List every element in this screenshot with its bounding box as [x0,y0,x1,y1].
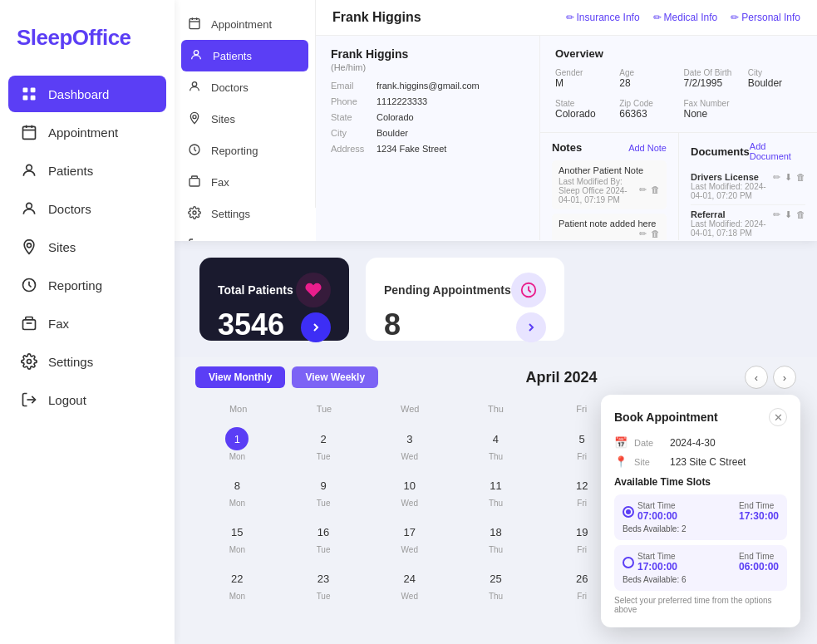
medical-link-label: Medical Info [664,12,718,23]
svg-rect-1 [31,88,36,93]
calendar-prev-button[interactable]: ‹ [745,366,768,389]
insurance-info-link[interactable]: ✏ Insurance Info [566,12,640,23]
panels-container: Appointment Patients Doctors [175,0,817,644]
subnav-logout[interactable]: Logout [175,229,315,241]
cal-day-15[interactable]: 15Mon [195,515,279,559]
ov-gender: Gender M [555,68,609,89]
ts-radio-2[interactable] [623,557,634,568]
view-monthly-button[interactable]: View Monthly [195,366,285,388]
ov-zip: Zip Code 66363 [619,99,673,120]
cal-day-25[interactable]: 25Thu [454,562,538,606]
delete-note-icon[interactable]: 🗑 [651,184,660,195]
cal-day-8[interactable]: 8Mon [195,469,279,513]
sidebar-item-settings[interactable]: Settings [8,343,166,380]
cal-day-10[interactable]: 10Wed [367,469,451,513]
stat-top-patients: Total Patients [218,273,331,307]
subnav-settings-icon [188,206,203,221]
cal-day-9[interactable]: 9Tue [282,469,366,513]
stat-bottom-patients: 3546 [218,307,331,342]
sidebar-item-fax[interactable]: Fax [8,305,166,342]
notes-header: Notes Add Note [552,141,667,154]
city-value: Boulder [377,128,408,138]
note-text-1: Another Patient Note [559,165,660,175]
subnav-sites[interactable]: Sites [175,103,315,135]
cal-day-2[interactable]: 2Tue [282,422,366,466]
patient-full-name: Frank Higgins [331,47,524,61]
edit-note-icon[interactable]: ✏ [639,184,647,195]
time-slot-1[interactable]: Start Time 07:00:00 End Time 17:30:00 Be… [614,494,787,540]
book-hint-text: Select your preferred time from the opti… [614,596,787,614]
delete-doc-icon[interactable]: 🗑 [796,172,805,183]
pencil2-icon: ✏ [653,12,662,23]
edit-note2-icon[interactable]: ✏ [639,229,647,239]
subnav-doctors[interactable]: Doctors [175,71,315,103]
subnav-settings[interactable]: Settings [175,198,315,229]
view-weekly-button[interactable]: View Weekly [292,366,378,388]
subnav-patients[interactable]: Patients [181,40,308,71]
book-modal-close-button[interactable]: ✕ [769,408,787,426]
cal-day-18[interactable]: 18Thu [454,515,538,559]
subnav-appointment[interactable]: Appointment [175,8,315,40]
ts-start-label-2: Start Time [637,552,677,561]
sidebar-item-reporting[interactable]: Reporting [8,267,166,303]
calendar-next-button[interactable]: › [773,366,796,389]
sidebar-item-doctors[interactable]: Doctors [8,190,166,227]
location-site-icon: 📍 [614,455,628,468]
cal-day-24[interactable]: 24Wed [367,562,451,606]
patient-overview: Overview Gender M Age 28 [540,36,817,132]
download-doc-icon[interactable]: ⬇ [785,172,792,183]
personal-info-link[interactable]: ✏ Personal Info [731,12,800,23]
doc-2-info: Referral Last Modified: 2024-04-01, 07:1… [691,209,773,238]
patients-arrow-button[interactable] [301,312,331,342]
subnav-fax-icon [188,175,203,189]
stat-top-pending: Pending Appointments [384,273,546,307]
cal-day-22[interactable]: 22Mon [195,562,279,606]
total-patients-card: Total Patients 3546 [199,258,349,341]
sidebar-item-logout[interactable]: Logout [8,381,166,418]
subnav-reporting-icon [188,143,203,158]
state-value: Colorado [377,112,414,122]
address-label: Address [331,144,377,154]
download-doc2-icon[interactable]: ⬇ [785,209,792,220]
city-label: City [331,128,377,138]
location-icon [20,238,38,256]
cal-day-11[interactable]: 11Thu [454,469,538,513]
cal-day-3[interactable]: 3Wed [367,422,451,466]
sidebar-label-fax: Fax [48,317,69,331]
medical-info-link[interactable]: ✏ Medical Info [653,12,718,23]
cal-day-1[interactable]: 1Mon [195,422,279,466]
ts-radio-1[interactable] [623,506,634,518]
calendar-nav: ‹ › [745,366,796,389]
sidebar-item-patients[interactable]: Patients [8,152,166,189]
doctor-icon [20,199,38,218]
edit-doc-icon[interactable]: ✏ [773,172,780,183]
age-value: 28 [619,77,673,89]
svg-rect-24 [189,179,199,186]
address-value: 1234 Fake Street [377,144,446,154]
add-note-button[interactable]: Add Note [628,143,667,153]
cal-day-17[interactable]: 17Wed [367,515,451,559]
subnav-fax[interactable]: Fax [175,166,315,198]
cal-day-4[interactable]: 4Thu [454,422,538,466]
cal-day-16[interactable]: 16Tue [282,515,366,559]
sidebar-item-sites[interactable]: Sites [8,229,166,265]
pending-arrow-button[interactable] [516,312,546,342]
sidebar-item-appointment[interactable]: Appointment [8,114,166,150]
delete-doc2-icon[interactable]: 🗑 [796,209,805,220]
subnav-settings-label: Settings [211,208,250,220]
add-document-button[interactable]: Add Document [750,141,805,161]
subnav-reporting[interactable]: Reporting [175,135,315,166]
cal-day-23[interactable]: 23Tue [282,562,366,606]
ov-city: City Boulder [748,68,802,89]
time-slot-2[interactable]: Start Time 17:00:00 End Time 06:00:00 Be… [614,545,787,591]
gender-label: Gender [555,68,609,77]
site-field-value: 123 Site C Street [670,456,746,468]
edit-doc2-icon[interactable]: ✏ [773,209,780,220]
notes-title: Notes [552,141,582,154]
doc-1-actions: ✏ ⬇ 🗑 [773,172,805,183]
age-label: Age [619,68,673,77]
notes-docs-row: Notes Add Note Another Patient Note Last… [540,132,817,240]
delete-note2-icon[interactable]: 🗑 [651,229,660,239]
subnav-sites-icon [188,111,203,126]
sidebar-item-dashboard[interactable]: Dashboard [8,76,166,112]
